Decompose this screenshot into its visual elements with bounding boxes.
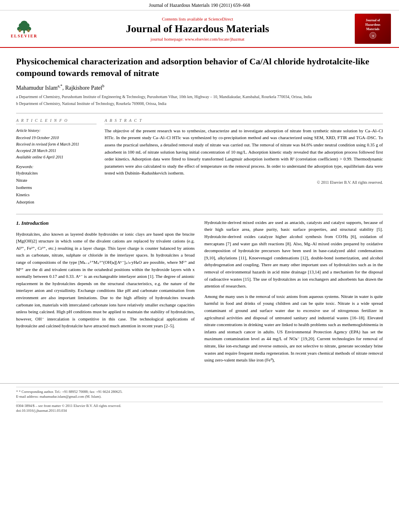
affiliations: a Department of Chemistry, Purushottam I… [16, 94, 383, 107]
intro-para-1: Hydrotalcites, also known as layered dou… [16, 231, 195, 330]
keyword-3: Isotherms [16, 184, 97, 191]
body-col-2: Hydrotalcite-derived mixed oxides are us… [204, 219, 383, 367]
keywords-section: Keywords: Hydrotalcites Nitrate Isotherm… [16, 164, 97, 206]
keyword-4: Kinetics [16, 191, 97, 199]
keywords-title: Keywords: [16, 164, 97, 169]
svg-point-6 [21, 21, 28, 26]
keywords-list: Hydrotalcites Nitrate Isotherms Kinetics… [16, 170, 97, 206]
badge-icon: ☣ [367, 31, 379, 39]
affiliation-b: b Department of Chemistry, National Inst… [16, 101, 383, 107]
keyword-5: Adsorption [16, 199, 97, 206]
contents-available: Contents lists available at ScienceDirec… [40, 16, 355, 21]
revised-date: Received in revised form 4 March 2011 [16, 141, 97, 148]
history-title: Article history: [16, 127, 97, 134]
elsevier-wordmark: ELSEVIER [11, 34, 38, 38]
accepted-date: Accepted 28 March 2011 [16, 148, 97, 154]
keyword-2: Nitrate [16, 177, 97, 184]
available-date: Available online 6 April 2011 [16, 154, 97, 160]
journal-reference: Journal of Hazardous Materials 190 (2011… [149, 2, 250, 8]
main-content: Physicochemical characterization and ads… [0, 48, 399, 375]
abstract-label: A B S T R A C T [105, 118, 383, 124]
email-line: E-mail address: mahamudur.islam@gmail.co… [16, 394, 383, 398]
received-date: Received 19 October 2010 [16, 135, 97, 141]
elsevier-logo: ELSEVIER [8, 18, 40, 40]
copyright-line: © 2011 Elsevier B.V. All rights reserved… [105, 180, 383, 185]
journal-homepage: journal homepage: www.elsevier.com/locat… [40, 37, 355, 41]
doi-line: doi:10.1016/j.jhazmat.2011.03.034 [16, 409, 383, 413]
top-bar: Journal of Hazardous Materials 190 (2011… [0, 0, 399, 10]
info-abstract-section: A R T I C L E I N F O Article history: R… [16, 113, 383, 206]
svg-rect-8 [27, 29, 29, 32]
journal-title: Journal of Hazardous Materials [40, 23, 355, 35]
header-left: ELSEVIER [8, 18, 40, 40]
keyword-1: Hydrotalcites [16, 170, 97, 177]
science-direct-link[interactable]: ScienceDirect [208, 16, 233, 21]
body-col-1: 1. Introduction Hydrotalcites, also know… [16, 219, 195, 367]
article-info-column: A R T I C L E I N F O Article history: R… [16, 118, 97, 206]
svg-rect-7 [19, 29, 21, 32]
article-info-label: A R T I C L E I N F O [16, 118, 97, 124]
copyright-footer: 0304-3894/$ – see front matter © 2011 El… [16, 404, 383, 408]
author-rajkishore: Rajkishore Patel [65, 85, 102, 91]
journal-badge: Journal of Hazardous Materials ☣ [355, 14, 391, 44]
intro-para-col2-2: Among the many uses is the removal of to… [204, 293, 383, 364]
abstract-column: A B S T R A C T The objective of the pre… [105, 118, 383, 206]
header-center: Contents lists available at ScienceDirec… [40, 16, 355, 41]
section1-heading: 1. Introduction [16, 219, 195, 228]
authors-line: Mahamudur Islama,*, Rajkishore Patelb [16, 84, 383, 91]
body-section: 1. Introduction Hydrotalcites, also know… [16, 214, 383, 367]
abstract-text: The objective of the present research wa… [105, 127, 383, 177]
svg-text:☣: ☣ [372, 34, 374, 38]
author-mahamudur: Mahamudur Islam [16, 85, 58, 91]
corresponding-author-note: * Corresponding author. Tel.: +91 88952 … [16, 390, 383, 394]
page-footer: * Corresponding author. Tel.: +91 88952 … [0, 383, 399, 417]
intro-para-col2-1: Hydrotalcite-derived mixed oxides are us… [204, 219, 383, 290]
homepage-url[interactable]: www.elsevier.com/locate/jhazmat [185, 37, 244, 41]
body-columns: 1. Introduction Hydrotalcites, also know… [16, 219, 383, 367]
journal-header: ELSEVIER Contents lists available at Sci… [0, 10, 399, 48]
elsevier-tree-icon [14, 20, 34, 34]
affiliation-a: a Department of Chemistry, Purushottam I… [16, 94, 383, 100]
article-title: Physicochemical characterization and ads… [16, 56, 383, 79]
article-history: Article history: Received 19 October 201… [16, 127, 97, 160]
